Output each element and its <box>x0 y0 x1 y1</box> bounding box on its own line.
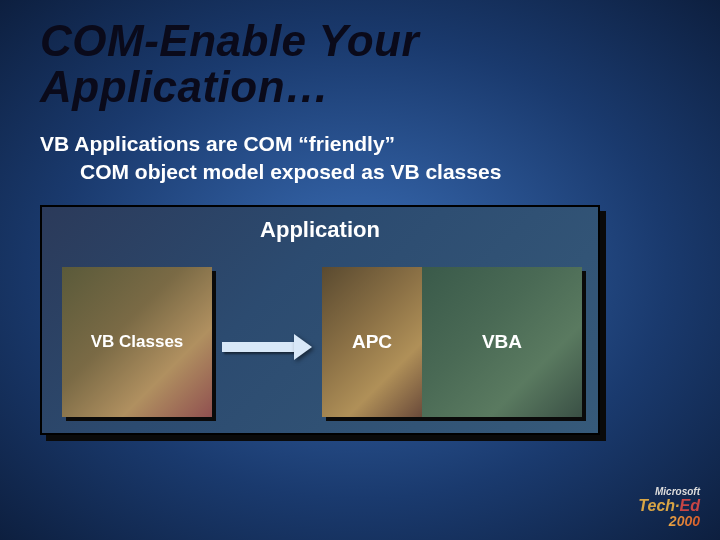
logo-vendor: Microsoft <box>638 487 700 497</box>
logo-year: 2000 <box>638 514 700 528</box>
teched-logo: Microsoft Tech·Ed 2000 <box>638 487 700 528</box>
vb-classes-box: VB Classes <box>62 267 212 417</box>
diagram: Application VB Classes APC VBA <box>40 205 680 455</box>
arrow-icon <box>222 337 312 357</box>
application-label: Application <box>42 207 598 243</box>
logo-brand: Tech·Ed <box>638 498 700 514</box>
body-line-2: COM object model exposed as VB classes <box>40 158 690 185</box>
apc-box: APC <box>322 267 422 417</box>
slide-title: COM-Enable Your Application… <box>0 0 720 120</box>
body-line-1: VB Applications are COM “friendly” <box>40 132 395 155</box>
vba-box: VBA <box>422 267 582 417</box>
body-text: VB Applications are COM “friendly” COM o… <box>0 120 720 195</box>
application-box: Application VB Classes APC VBA <box>40 205 600 435</box>
